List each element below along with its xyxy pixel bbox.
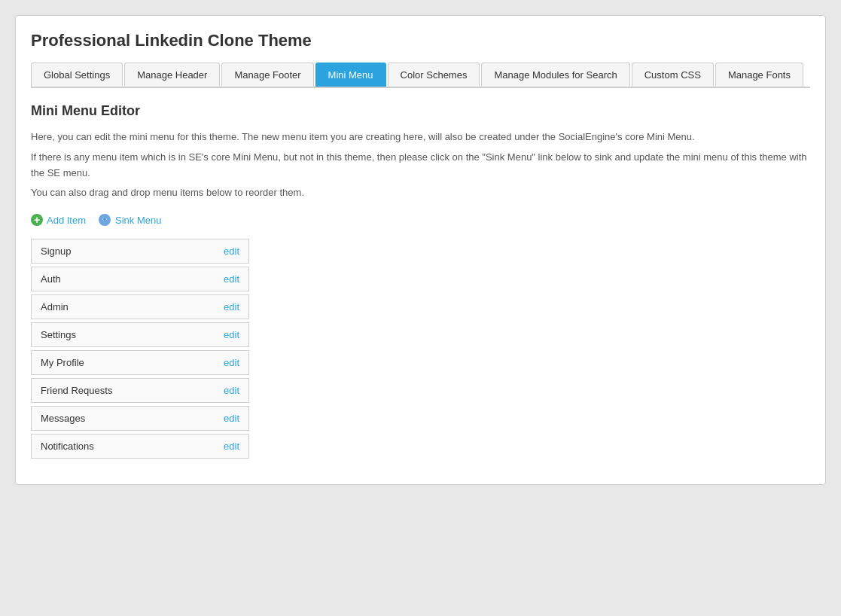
page-container: Professional Linkedin Clone Theme Global…: [15, 15, 826, 485]
tab-custom-css[interactable]: Custom CSS: [632, 63, 714, 87]
menu-item-edit-link[interactable]: edit: [224, 357, 239, 368]
tab-manage-header[interactable]: Manage Header: [124, 63, 220, 87]
menu-item: Settingsedit: [31, 322, 249, 347]
menu-item-edit-link[interactable]: edit: [224, 329, 239, 340]
sink-menu-link[interactable]: Sink Menu: [98, 213, 161, 227]
svg-point-1: [103, 218, 106, 221]
menu-item: Adminedit: [31, 294, 249, 319]
menu-item-edit-link[interactable]: edit: [224, 385, 239, 396]
menu-item: Messagesedit: [31, 406, 249, 431]
description-line3: You can also drag and drop menu items be…: [31, 185, 810, 201]
menu-item: Authedit: [31, 267, 249, 291]
menu-item-label: Friend Requests: [41, 385, 112, 396]
add-item-label: Add Item: [47, 215, 86, 226]
tab-global-settings[interactable]: Global Settings: [31, 63, 123, 87]
menu-item: Friend Requestsedit: [31, 378, 249, 403]
tab-color-schemes[interactable]: Color Schemes: [388, 63, 480, 87]
tab-mini-menu[interactable]: Mini Menu: [315, 63, 386, 87]
add-item-link[interactable]: + Add Item: [31, 214, 86, 226]
tab-manage-fonts[interactable]: Manage Fonts: [715, 63, 803, 87]
menu-item-edit-link[interactable]: edit: [224, 245, 239, 257]
page-title: Professional Linkedin Clone Theme: [31, 31, 810, 50]
section-title: Mini Menu Editor: [31, 103, 810, 119]
menu-item: Notificationsedit: [31, 434, 249, 459]
menu-item-edit-link[interactable]: edit: [224, 441, 239, 452]
description-line1: Here, you can edit the mini menu for thi…: [31, 130, 810, 145]
actions-bar: + Add Item Sink Menu: [31, 213, 810, 227]
menu-item-label: Admin: [41, 301, 69, 313]
menu-item-label: Signup: [41, 245, 71, 257]
tab-bar: Global SettingsManage HeaderManage Foote…: [31, 63, 810, 88]
sink-menu-label: Sink Menu: [115, 215, 161, 226]
menu-item-edit-link[interactable]: edit: [224, 301, 239, 313]
menu-item-label: Settings: [41, 329, 76, 340]
menu-list: SignupeditAutheditAdmineditSettingseditM…: [31, 239, 249, 462]
tab-manage-modules-search[interactable]: Manage Modules for Search: [481, 63, 629, 87]
add-icon: +: [31, 214, 43, 226]
menu-item-label: Notifications: [41, 441, 94, 452]
sink-menu-icon: [98, 213, 111, 227]
menu-item: Signupedit: [31, 239, 249, 264]
description-line2: If there is any menu item which is in SE…: [31, 150, 810, 181]
menu-item: My Profileedit: [31, 350, 249, 375]
menu-item-edit-link[interactable]: edit: [224, 413, 239, 424]
menu-item-label: My Profile: [41, 357, 84, 368]
menu-item-edit-link[interactable]: edit: [224, 273, 239, 285]
menu-item-label: Auth: [41, 273, 61, 285]
tab-manage-footer[interactable]: Manage Footer: [221, 63, 313, 87]
menu-item-label: Messages: [41, 413, 85, 424]
